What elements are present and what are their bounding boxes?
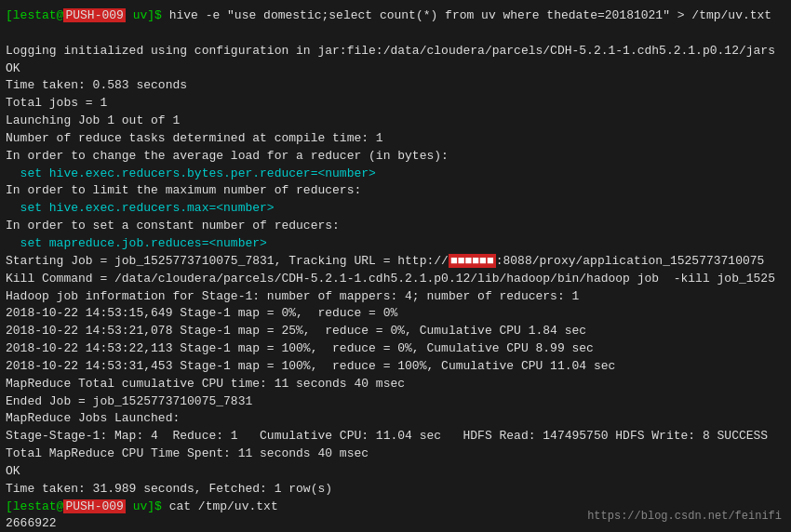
line-ok2: OK bbox=[6, 463, 785, 481]
line-log: Logging initialized using configuration … bbox=[6, 43, 785, 60]
line-stage1: 2018-10-22 14:53:15,649 Stage-1 map = 0%… bbox=[6, 305, 785, 323]
line-blank bbox=[6, 25, 785, 43]
line-launch: Launching Job 1 out of 1 bbox=[6, 113, 785, 130]
line-change: In order to change the average load for … bbox=[6, 148, 785, 166]
prompt-suffix-1: uv]$ bbox=[126, 8, 162, 22]
line-time1: Time taken: 0.583 seconds bbox=[6, 77, 785, 95]
line-total-cpu: Total MapReduce CPU Time Spent: 11 secon… bbox=[6, 446, 785, 463]
prompt-suffix-2: uv]$ bbox=[126, 499, 162, 513]
line-stage-summary: Stage-Stage-1: Map: 4 Reduce: 1 Cumulati… bbox=[6, 428, 785, 446]
line-time2: Time taken: 31.989 seconds, Fetched: 1 r… bbox=[6, 481, 785, 499]
line-ended: Ended Job = job_1525773710075_7831 bbox=[6, 393, 785, 411]
line-hadoop: Hadoop job information for Stage-1: numb… bbox=[6, 288, 785, 306]
cmd-2: cat /tmp/uv.txt bbox=[162, 499, 278, 513]
line-mapreduce-cpu: MapReduce Total cumulative CPU time: 11 … bbox=[6, 376, 785, 393]
line-set2: set hive.exec.reducers.max=<number> bbox=[6, 200, 785, 218]
line-stage3: 2018-10-22 14:53:22,113 Stage-1 map = 10… bbox=[6, 340, 785, 358]
terminal-window: [lestat@PUSH-009 uv]$ hive -e "use domes… bbox=[0, 0, 791, 532]
line-set3: set mapreduce.job.reduces=<number> bbox=[6, 235, 785, 253]
line-stage2: 2018-10-22 14:53:21,078 Stage-1 map = 25… bbox=[6, 323, 785, 340]
line-reduce: Number of reduce tasks determined at com… bbox=[6, 130, 785, 148]
line-stage4: 2018-10-22 14:53:31,453 Stage-1 map = 10… bbox=[6, 358, 785, 376]
line-jobs-launched: MapReduce Jobs Launched: bbox=[6, 410, 785, 428]
line-constant: In order to set a constant number of red… bbox=[6, 218, 785, 235]
prompt-user-2: [lestat@ bbox=[6, 499, 63, 513]
prompt-host-1: PUSH-009 bbox=[63, 8, 125, 22]
line-starting: Starting Job = job_1525773710075_7831, T… bbox=[6, 253, 785, 271]
prompt-user-1: [lestat@ bbox=[6, 8, 63, 22]
cmd-1: hive -e "use domestic;select count(*) fr… bbox=[162, 8, 771, 22]
line-jobs: Total jobs = 1 bbox=[6, 95, 785, 113]
line-limit: In order to limit the maximum number of … bbox=[6, 182, 785, 200]
line-1: [lestat@PUSH-009 uv]$ hive -e "use domes… bbox=[6, 7, 785, 25]
line-ok1: OK bbox=[6, 60, 785, 78]
prompt-host-2: PUSH-009 bbox=[63, 499, 125, 513]
line-kill: Kill Command = /data/cloudera/parcels/CD… bbox=[6, 271, 785, 288]
watermark: https://blog.csdn.net/feinifi bbox=[587, 510, 782, 523]
line-set1: set hive.exec.reducers.bytes.per.reducer… bbox=[6, 166, 785, 183]
